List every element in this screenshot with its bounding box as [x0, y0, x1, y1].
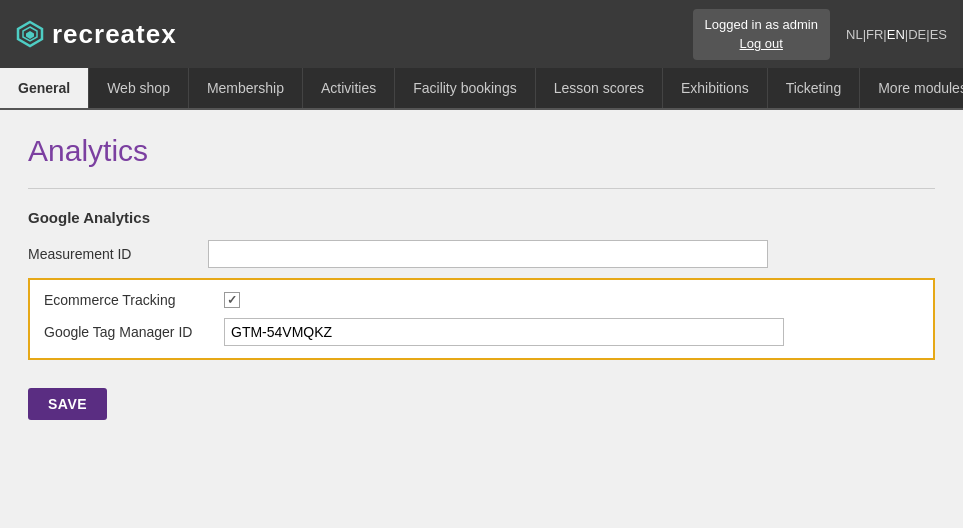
section-title: Google Analytics	[28, 209, 935, 226]
ecommerce-tracking-checkbox-container	[224, 292, 240, 308]
nav-item-ticketing[interactable]: Ticketing	[768, 68, 861, 108]
lang-nl[interactable]: NL	[846, 27, 863, 42]
logout-link[interactable]: Log out	[740, 36, 783, 51]
lang-fr[interactable]: FR	[866, 27, 883, 42]
nav-item-membership[interactable]: Membership	[189, 68, 303, 108]
lang-de[interactable]: DE	[908, 27, 926, 42]
page-title: Analytics	[28, 134, 935, 168]
lang-en[interactable]: EN	[887, 27, 905, 42]
header: recreatex Logged in as admin Log out NL|…	[0, 0, 963, 68]
nav-item-general[interactable]: General	[0, 68, 89, 108]
nav-item-activities[interactable]: Activities	[303, 68, 395, 108]
gtm-label: Google Tag Manager ID	[44, 324, 224, 340]
lang-switcher: NL|FR|EN|DE|ES	[846, 27, 947, 42]
save-button[interactable]: SAVE	[28, 388, 107, 420]
ecommerce-tracking-checkbox[interactable]	[224, 292, 240, 308]
header-right: Logged in as admin Log out NL|FR|EN|DE|E…	[693, 9, 947, 60]
login-info: Logged in as admin Log out	[693, 9, 830, 60]
login-line1: Logged in as admin	[705, 15, 818, 35]
gtm-input[interactable]	[224, 318, 784, 346]
measurement-id-label: Measurement ID	[28, 246, 208, 262]
nav-item-exhibitions[interactable]: Exhibitions	[663, 68, 768, 108]
ecommerce-tracking-label: Ecommerce Tracking	[44, 292, 224, 308]
logo: recreatex	[16, 19, 177, 50]
measurement-id-row: Measurement ID	[28, 240, 935, 268]
logo-text: recreatex	[52, 19, 177, 50]
main-content: Analytics Google Analytics Measurement I…	[0, 110, 963, 528]
logo-icon	[16, 20, 44, 48]
highlight-box: Ecommerce Tracking Google Tag Manager ID	[28, 278, 935, 360]
section-divider	[28, 188, 935, 189]
ecommerce-tracking-row: Ecommerce Tracking	[44, 292, 919, 308]
main-nav: General Web shop Membership Activities F…	[0, 68, 963, 110]
nav-item-webshop[interactable]: Web shop	[89, 68, 189, 108]
gtm-row: Google Tag Manager ID	[44, 318, 919, 346]
svg-marker-2	[26, 31, 34, 39]
measurement-id-input[interactable]	[208, 240, 768, 268]
nav-item-lesson-scores[interactable]: Lesson scores	[536, 68, 663, 108]
nav-item-more-modules[interactable]: More modules	[860, 68, 963, 108]
nav-item-facility-bookings[interactable]: Facility bookings	[395, 68, 536, 108]
lang-es[interactable]: ES	[930, 27, 947, 42]
